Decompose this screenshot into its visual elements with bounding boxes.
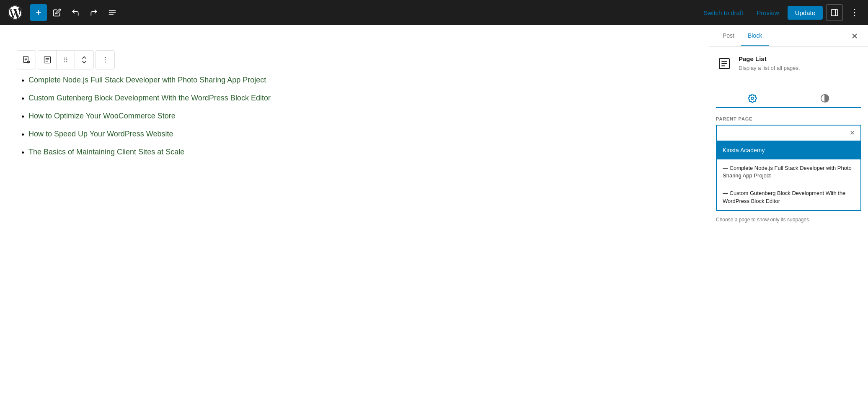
editor-area: Complete Node.js Full Stack Developer wi… xyxy=(0,25,709,400)
svg-point-17 xyxy=(64,59,65,60)
page-link[interactable]: Complete Node.js Full Stack Developer wi… xyxy=(28,76,266,84)
block-tool-group-3 xyxy=(96,50,115,69)
svg-rect-4 xyxy=(832,10,838,16)
block-settings-tabs xyxy=(716,90,861,108)
page-link[interactable]: How to Optimize Your WooCommerce Store xyxy=(28,112,176,120)
move-up-down-button[interactable] xyxy=(75,51,93,69)
svg-point-21 xyxy=(105,57,106,58)
svg-point-20 xyxy=(66,61,67,62)
add-block-button[interactable]: + xyxy=(30,4,47,21)
redo-button[interactable] xyxy=(85,4,102,21)
parent-page-search-wrapper: ✕ xyxy=(716,125,861,141)
dropdown-item[interactable]: — Complete Node.js Full Stack Developer … xyxy=(717,159,860,185)
svg-point-30 xyxy=(751,97,754,100)
block-title: Page List xyxy=(739,55,800,62)
sidebar-header: Post Block xyxy=(709,25,868,47)
parent-page-dropdown: Kinsta Academy— Complete Node.js Full St… xyxy=(716,141,861,211)
svg-point-18 xyxy=(66,59,67,60)
block-toolbar xyxy=(17,50,692,69)
page-link[interactable]: Custom Gutenberg Block Development With … xyxy=(28,94,271,102)
wp-logo[interactable] xyxy=(5,0,25,25)
list-item: Complete Node.js Full Stack Developer wi… xyxy=(28,74,692,86)
settings-gear-tab[interactable] xyxy=(716,90,789,108)
parent-page-help-text: Choose a page to show only its subpages. xyxy=(716,216,861,223)
sidebar-tabs: Post Block xyxy=(716,26,848,45)
tab-block[interactable]: Block xyxy=(741,26,769,46)
block-tool-group-2 xyxy=(38,50,94,69)
sidebar: Post Block xyxy=(709,25,868,400)
edit-button[interactable] xyxy=(49,4,65,21)
list-item: Custom Gutenberg Block Development With … xyxy=(28,92,692,104)
switch-to-draft-button[interactable]: Switch to draft xyxy=(698,7,748,19)
list-item: How to Speed Up Your WordPress Website xyxy=(28,128,692,140)
parent-page-search-input[interactable] xyxy=(717,126,860,141)
list-view-button[interactable] xyxy=(104,4,121,21)
sidebar-toggle-button[interactable] xyxy=(826,4,843,21)
sidebar-close-button[interactable] xyxy=(848,29,861,43)
svg-point-22 xyxy=(105,59,106,60)
main-layout: Complete Node.js Full Stack Developer wi… xyxy=(0,25,868,400)
page-link[interactable]: How to Speed Up Your WordPress Website xyxy=(28,130,173,138)
parent-page-label: PARENT PAGE xyxy=(716,116,861,121)
preview-button[interactable]: Preview xyxy=(752,7,784,19)
block-info: Page List Display a list of all pages. xyxy=(716,55,861,81)
svg-point-23 xyxy=(105,62,106,62)
page-list: Complete Node.js Full Stack Developer wi… xyxy=(17,74,692,158)
dropdown-item[interactable]: Kinsta Academy xyxy=(717,141,860,160)
more-options-button[interactable]: ⋮ xyxy=(846,4,863,21)
toolbar-right: Switch to draft Preview Update ⋮ xyxy=(698,4,863,21)
svg-point-19 xyxy=(64,61,65,62)
undo-button[interactable] xyxy=(67,4,84,21)
block-tool-group-1 xyxy=(17,50,36,69)
settings-styles-tab[interactable] xyxy=(789,90,862,107)
svg-point-16 xyxy=(66,57,67,58)
tab-post[interactable]: Post xyxy=(716,26,741,46)
update-button[interactable]: Update xyxy=(788,6,823,20)
block-type-button[interactable] xyxy=(38,51,57,69)
dropdown-item[interactable]: — Custom Gutenberg Block Development Wit… xyxy=(717,185,860,210)
search-clear-button[interactable]: ✕ xyxy=(847,128,857,138)
block-transform-button[interactable] xyxy=(17,51,36,69)
block-description: Display a list of all pages. xyxy=(739,64,800,72)
page-link[interactable]: The Basics of Maintaining Client Sites a… xyxy=(28,148,184,156)
block-meta: Page List Display a list of all pages. xyxy=(739,55,800,72)
svg-point-15 xyxy=(64,57,65,58)
block-options-button[interactable] xyxy=(96,51,114,69)
list-item: The Basics of Maintaining Client Sites a… xyxy=(28,146,692,158)
list-item: How to Optimize Your WooCommerce Store xyxy=(28,110,692,122)
block-icon xyxy=(716,55,733,72)
drag-handle[interactable] xyxy=(57,51,75,69)
sidebar-content: Page List Display a list of all pages. xyxy=(709,47,868,400)
main-toolbar: + Switch to draft Preview Update xyxy=(0,0,868,25)
